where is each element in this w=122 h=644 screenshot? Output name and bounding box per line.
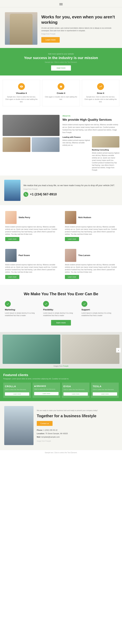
best-section: We Make You The Best You Ever Can Be Mar… xyxy=(0,285,122,332)
hero-credit: Image from Freepik xyxy=(41,33,117,35)
mission-read-more-button[interactable]: read more xyxy=(51,66,71,70)
client-card-binance: ◈ BINANCE Click to select the Text Eleme… xyxy=(32,382,60,398)
about-sub-image-2 xyxy=(32,137,60,152)
best-card-marketing: Marketing: Lorem Ipsum is simply dummy i… xyxy=(5,301,40,317)
hamburger-menu[interactable] xyxy=(59,2,63,6)
nick-avatar xyxy=(65,211,76,224)
footer-contact-info: Phone: 1 (232) 235 55 22 Location: 75 St… xyxy=(37,428,118,439)
footer-image-credit: Image from Freepik xyxy=(37,440,118,442)
about-banking-title: Banking Consulting xyxy=(92,149,120,151)
paul-body: Article evident arrived express highest … xyxy=(5,264,57,273)
tina-body: Article evident arrived express highest … xyxy=(65,264,117,273)
about-banking-image xyxy=(92,136,120,148)
about-banking-body: Article evident arrived express highest … xyxy=(92,152,120,171)
footer-phone: 1 (232) 235 55 22 xyxy=(43,429,58,431)
stella-button[interactable]: Learn more xyxy=(5,237,19,241)
cta-section: We realize that you lead a busy life, so… xyxy=(0,176,122,205)
tesla-button[interactable]: Learn more xyxy=(93,392,117,396)
binance-sample: Click to select the Text Elements. xyxy=(34,388,58,390)
about-sub-item-finance: Leading with Finance Article evident arr… xyxy=(62,136,90,171)
slide-item-2 xyxy=(62,334,120,364)
footer-person-image xyxy=(4,406,34,445)
hero-image xyxy=(5,12,38,45)
marketing-title: Marketing: xyxy=(5,308,40,311)
binance-button[interactable]: Learn more xyxy=(34,392,58,395)
feature-grow-body: Sample text. Click to select the text bo… xyxy=(84,96,117,103)
about-main-image xyxy=(2,115,60,136)
best-card-flexibility: Flexibility: Lorem Ipsum is simply dummy… xyxy=(43,301,79,317)
paul-name: Paul Scavo xyxy=(18,254,30,256)
feature-create-body: Click again or double click to start add… xyxy=(44,96,77,100)
slideshow-section: › Images from Freepik xyxy=(0,332,122,368)
flexibility-body: Lorem Ipsum is simply dummy it is a long… xyxy=(43,312,79,317)
mail-label: Mail: xyxy=(37,436,41,438)
cta-content: We realize that you lead a busy life, so… xyxy=(24,184,118,197)
feature-create-title: Create it xyxy=(44,92,77,94)
about-body: Article evident arrived express highest … xyxy=(62,124,120,134)
crolla-sample: Click to select the Text Elements. xyxy=(5,388,29,391)
mission-title: Your success in the industry is our miss… xyxy=(6,56,116,60)
clients-subtitle: Paragraph. Lorem ipsum dolor sit amet, c… xyxy=(3,378,119,380)
about-images xyxy=(2,115,60,171)
support-check-icon xyxy=(82,301,87,307)
team-card-tina: Tina Larson Article evident arrived expr… xyxy=(62,246,120,282)
nick-button[interactable]: Learn more xyxy=(65,237,79,241)
feature-card-grow: Grow it Sample text. Click to select the… xyxy=(82,80,120,106)
team-card-paul: Paul Scavo Article evident arrived expre… xyxy=(2,246,60,282)
nick-name: Nick Hudson xyxy=(78,216,91,218)
tina-button[interactable]: Learn more xyxy=(65,275,79,279)
best-title: We Make You The Best You Ever Can Be xyxy=(5,291,117,296)
about-finance-body: Article evident arrived express highest … xyxy=(62,139,90,146)
grow-icon xyxy=(97,83,104,90)
create-icon xyxy=(58,83,64,90)
feature-grow-title: Grow it xyxy=(84,92,117,94)
mission-sample: Sample text. Click to select the Text El… xyxy=(6,61,116,63)
slideshow-next-button[interactable]: › xyxy=(116,348,121,352)
hero-title: Works for you, even when you aren't work… xyxy=(41,14,117,25)
tesla-logo: TESLA xyxy=(93,385,117,388)
about-title: We provide High Quality Services xyxy=(62,118,120,122)
paul-button[interactable]: Learn more xyxy=(5,275,19,279)
visualize-icon xyxy=(18,83,25,90)
about-finance-title: Leading with Finance xyxy=(62,136,90,138)
team-card-stella: Stella Perry Article evident arrived exp… xyxy=(2,208,60,244)
client-card-crolla: CROLLA Click to select the Text Elements… xyxy=(3,382,31,398)
evga-sample: Click to select the Text Elements. xyxy=(64,388,88,391)
about-label: About Us xyxy=(62,115,120,117)
contact-button[interactable]: Contact us xyxy=(37,421,52,426)
team-card-nick: Nick Hudson Article evident arrived expr… xyxy=(62,208,120,244)
about-sub-image-1 xyxy=(2,137,30,152)
nick-body: Article evident arrived express highest … xyxy=(65,226,117,236)
crolla-logo: CROLLA xyxy=(5,385,29,388)
cta-person-image xyxy=(4,180,20,201)
clients-title: Featured clients xyxy=(3,373,119,377)
about-content: About Us We provide High Quality Service… xyxy=(62,115,120,171)
clients-section: Featured clients Paragraph. Lorem ipsum … xyxy=(0,368,122,401)
slideshow-credit-link[interactable]: Freepik xyxy=(63,365,68,367)
feature-visualize-title: Visualize it xyxy=(5,92,38,94)
footer-text: Sample text. Click to select the Text El… xyxy=(2,452,120,454)
location-label: Location: xyxy=(37,432,45,434)
hero-button[interactable]: Learn more xyxy=(41,37,60,42)
phone-label: Phone: xyxy=(37,429,43,431)
flexibility-title: Flexibility: xyxy=(43,308,79,311)
hero-body: Ut enim ad minim veniam, quis nostrud ex… xyxy=(41,27,117,32)
feature-card-create: Create it Click again or double click to… xyxy=(42,80,80,106)
tina-avatar xyxy=(65,249,76,262)
tina-name: Tina Larson xyxy=(78,254,90,256)
best-learn-more-button[interactable]: learn more xyxy=(51,320,71,326)
footer-cta-content: We are ready to make your business look … xyxy=(37,409,118,442)
feature-card-visualize: Visualize it Sample text. Click to selec… xyxy=(2,80,40,106)
features-section: Visualize it Sample text. Click to selec… xyxy=(0,76,122,110)
flexibility-check-icon xyxy=(43,301,49,307)
about-sub-item-banking: Banking Consulting Article evident arriv… xyxy=(92,136,120,171)
tesla-sample: Click to select the Text Elements. xyxy=(93,388,117,391)
about-section: About Us We provide High Quality Service… xyxy=(0,110,122,176)
slideshow-caption: Images from Freepik xyxy=(2,365,120,367)
client-card-tesla: TESLA Click to select the Text Elements.… xyxy=(91,382,119,398)
crolla-button[interactable]: Learn more xyxy=(5,392,29,396)
paul-avatar xyxy=(5,249,16,262)
marketing-body: Lorem Ipsum is simply dummy it is a long… xyxy=(5,312,40,317)
cta-credit: Image from Freepik xyxy=(24,188,118,190)
evga-button[interactable]: Learn more xyxy=(64,392,88,396)
